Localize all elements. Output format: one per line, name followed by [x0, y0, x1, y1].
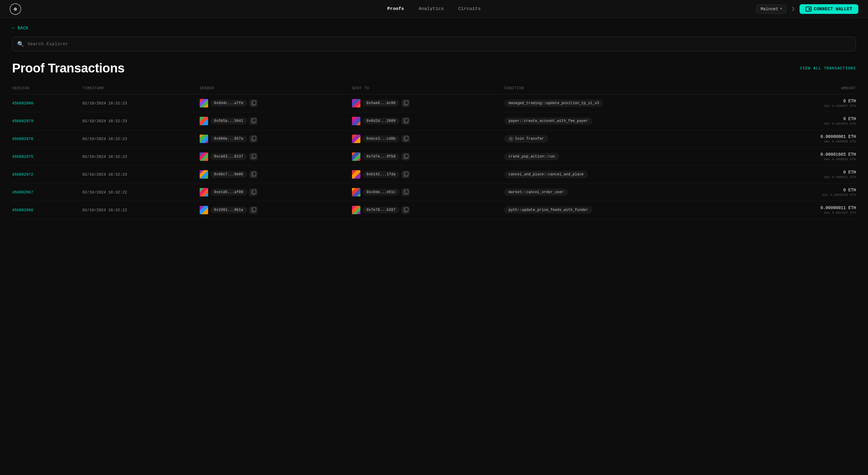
view-all-transactions-link[interactable]: VIEW ALL TRANSACTIONS: [800, 66, 856, 70]
function-label: crank_pop_action::run: [508, 154, 555, 159]
copy-icon: [404, 137, 407, 141]
function-label: payer::create_account_with_fee_payer: [508, 119, 588, 123]
main-content: ← BACK 🔍 Proof Transactions VIEW ALL TRA…: [0, 18, 868, 226]
sentto-avatar: [352, 206, 361, 214]
amount-gas: Gas 0.001004 ETH: [739, 122, 856, 125]
col-header-version: VERSION: [12, 84, 82, 94]
copy-icon: [404, 208, 407, 212]
copy-icon: [251, 137, 255, 141]
connect-wallet-label: CONNECT WALLET: [814, 7, 852, 11]
sender-address: 0x68c7...0e06: [211, 171, 247, 178]
search-container: 🔍: [12, 37, 856, 51]
amount-gas: Gas 0.0000285 ETH: [739, 193, 856, 197]
sender-avatar: [200, 99, 208, 108]
sender-cell: 0x966e...857a: [200, 135, 352, 143]
copy-sender-button[interactable]: [249, 188, 257, 196]
tx-timestamp: 02/18/2024 18:32:23: [82, 154, 127, 159]
copy-icon: [251, 190, 255, 194]
copy-icon: [251, 119, 255, 123]
copy-sender-button[interactable]: [249, 153, 257, 160]
tx-version-link[interactable]: 456892975: [12, 154, 33, 159]
col-header-function: FUNCTION: [504, 84, 739, 94]
back-link[interactable]: ← BACK: [12, 25, 856, 31]
copy-sentto-button[interactable]: [402, 153, 409, 160]
dark-mode-icon[interactable]: ☽: [792, 6, 795, 12]
copy-sentto-button[interactable]: [402, 206, 409, 214]
tx-version-link[interactable]: 456892967: [12, 190, 33, 195]
copy-sentto-button[interactable]: [402, 135, 409, 143]
amount-main: 0.00001665 ETH: [739, 152, 856, 157]
search-icon: 🔍: [17, 41, 24, 48]
amount-main: 0 ETH: [739, 188, 856, 192]
table-header: VERSION TIMESTAMP SENDER SENT TO FUNCTIO…: [12, 84, 856, 94]
connect-wallet-button[interactable]: CONNECT WALLET: [800, 4, 858, 14]
tx-timestamp: 02/18/2024 18:32:22: [82, 208, 127, 212]
tx-version-link[interactable]: 456892966: [12, 208, 33, 212]
nav-proofs[interactable]: Proofs: [387, 6, 404, 11]
copy-sender-button[interactable]: [249, 135, 257, 143]
amount-main: 0 ETH: [739, 99, 856, 103]
amount-gas: Gas 0.000006 ETH: [739, 140, 856, 143]
nav-circuits[interactable]: Circuits: [459, 6, 481, 11]
copy-icon: [251, 172, 255, 177]
sentto-cell: 0x5ae6...bc06: [352, 99, 504, 108]
copy-sender-button[interactable]: [249, 206, 257, 214]
copy-sentto-button[interactable]: [402, 117, 409, 125]
page-header: Proof Transactions VIEW ALL TRANSACTIONS: [12, 61, 856, 76]
tx-timestamp: 02/18/2024 18:32:23: [82, 119, 127, 123]
sentto-cell: 0x7e78...b387: [352, 206, 504, 214]
tx-version-link[interactable]: 456892979: [12, 119, 33, 123]
amount-gas: Gas 0.001397 ETH: [739, 211, 856, 214]
copy-sender-button[interactable]: [249, 171, 257, 178]
network-selector[interactable]: Mainnet ▼: [756, 4, 786, 13]
logo-text: ⊛: [14, 6, 17, 12]
network-label: Mainnet: [761, 7, 778, 11]
table-row: 45689297202/18/2024 18:32:23 0x68c7...0e…: [12, 166, 856, 183]
search-input[interactable]: [27, 42, 851, 47]
header: ⊛ Proofs Analytics Circuits Mainnet ▼ ☽ …: [0, 0, 868, 18]
sender-address: 0x966e...857a: [211, 136, 247, 142]
tx-version-link[interactable]: 456892978: [12, 137, 33, 141]
sender-avatar: [200, 206, 208, 214]
sentto-cell: 0x8d2d...2609: [352, 117, 504, 125]
sender-address: 0x5b5a...5641: [211, 118, 247, 124]
sentto-address: 0x7e78...b387: [363, 207, 399, 213]
nav-analytics[interactable]: Analytics: [418, 6, 444, 11]
sender-cell: 0xe1d6...af09: [200, 188, 352, 197]
sender-avatar: [200, 188, 208, 197]
function-pill: ⟳Coin Transfer: [504, 135, 548, 143]
sentto-cell: 0xbce3...cd0b: [352, 135, 504, 143]
sentto-avatar: [352, 188, 361, 197]
copy-icon: [251, 208, 255, 212]
sender-avatar: [200, 117, 208, 125]
sentto-address: 0xb142...17da: [363, 171, 399, 178]
amount-gas: Gas 0.000007 ETH: [739, 104, 856, 108]
table-row: 45689297902/18/2024 18:32:23 0x5b5a...56…: [12, 112, 856, 130]
copy-sentto-button[interactable]: [402, 99, 409, 107]
copy-icon: [404, 172, 407, 177]
back-label: BACK: [18, 26, 28, 30]
sentto-address: 0xc0de...e51c: [363, 189, 399, 196]
tx-version-link[interactable]: 456892972: [12, 172, 33, 177]
sender-cell: 0x68c7...0e06: [200, 170, 352, 179]
function-label: managed_trading::update_position_tp_sl_v…: [508, 101, 599, 105]
tx-version-link[interactable]: 456892980: [12, 101, 33, 106]
sentto-avatar: [352, 99, 361, 108]
header-left: ⊛: [10, 3, 21, 15]
sentto-address: 0x7d7e...9fb8: [363, 153, 399, 160]
table-row: 45689297802/18/2024 18:32:23 0x966e...85…: [12, 130, 856, 148]
sender-avatar: [200, 152, 208, 161]
copy-icon: [404, 119, 407, 123]
table-row: 45689296602/18/2024 18:32:22 0x2d91...9b…: [12, 201, 856, 219]
function-label: pyth::update_price_feeds_with_funder: [508, 208, 588, 212]
copy-sentto-button[interactable]: [402, 188, 409, 196]
function-pill: pyth::update_price_feeds_with_funder: [504, 206, 592, 214]
transactions-table: VERSION TIMESTAMP SENDER SENT TO FUNCTIO…: [12, 84, 856, 219]
function-pill: cancel_and_place::cancel_and_place: [504, 171, 588, 178]
copy-icon: [404, 190, 407, 194]
tx-timestamp: 02/18/2024 18:32:23: [82, 137, 127, 141]
logo[interactable]: ⊛: [10, 3, 21, 15]
copy-sentto-button[interactable]: [402, 171, 409, 178]
copy-sender-button[interactable]: [249, 117, 257, 125]
copy-sender-button[interactable]: [249, 99, 257, 107]
